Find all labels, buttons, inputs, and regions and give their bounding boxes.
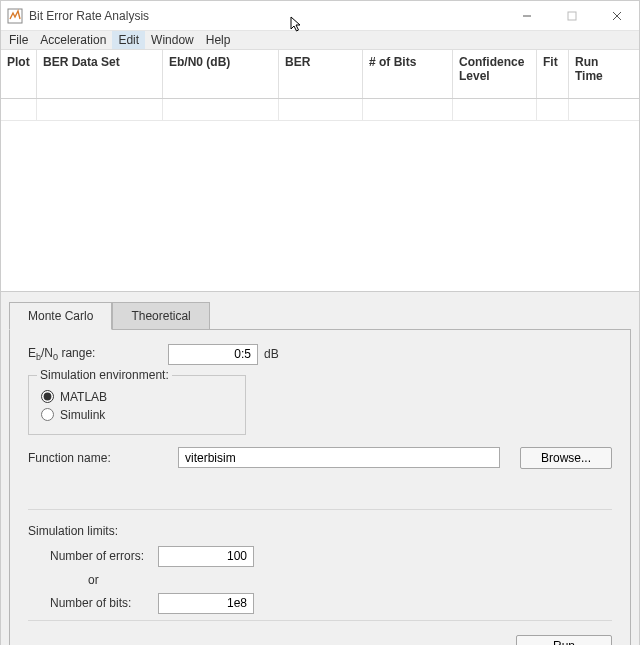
col-header[interactable]: Eb/N0 (dB) [163,50,279,98]
table-cell [279,99,363,120]
num-errors-input[interactable] [158,546,254,567]
tab-monte-carlo[interactable]: Monte Carlo [9,302,112,330]
run-button[interactable]: Run [516,635,612,645]
col-header[interactable]: BER [279,50,363,98]
col-header[interactable]: # of Bits [363,50,453,98]
tab-panel-monte-carlo: Eb/N0 range: dB Simulation environment: … [9,329,631,645]
num-bits-input[interactable] [158,593,254,614]
col-header[interactable]: Plot [1,50,37,98]
window-title: Bit Error Rate Analysis [29,9,149,23]
col-header[interactable]: Confidence Level [453,50,537,98]
close-button[interactable] [594,1,639,31]
menu-file[interactable]: File [3,31,34,49]
titlebar: Bit Error Rate Analysis [1,1,639,31]
table-cell [453,99,537,120]
menu-acceleration[interactable]: Acceleration [34,31,112,49]
ebn0-range-label: Eb/N0 range: [28,346,138,362]
col-header[interactable]: Run Time [569,50,635,98]
function-name-input[interactable] [178,447,500,468]
window-controls [504,1,639,31]
tab-theoretical[interactable]: Theoretical [112,302,209,329]
menu-window[interactable]: Window [145,31,200,49]
radio-simulink[interactable] [41,408,54,421]
function-name-label: Function name: [28,451,178,465]
menubar: File Acceleration Edit Window Help [1,31,639,50]
or-label: or [28,573,612,587]
ebn0-unit: dB [264,347,279,361]
table-cell [163,99,279,120]
minimize-button[interactable] [504,1,549,31]
results-table: PlotBER Data SetEb/N0 (dB)BER# of BitsCo… [1,50,639,292]
menu-help[interactable]: Help [200,31,237,49]
table-cell [537,99,569,120]
table-cell [363,99,453,120]
sim-limits-label: Simulation limits: [28,524,612,538]
sim-env-legend: Simulation environment: [37,368,172,382]
menu-edit[interactable]: Edit [112,31,145,49]
sim-env-groupbox: Simulation environment: MATLAB Simulink [28,375,246,435]
radio-matlab-label: MATLAB [60,390,107,404]
col-header[interactable]: BER Data Set [37,50,163,98]
num-bits-label: Number of bits: [50,596,158,610]
radio-matlab[interactable] [41,390,54,403]
col-header[interactable]: Fit [537,50,569,98]
svg-rect-2 [568,12,576,20]
num-errors-label: Number of errors: [50,549,158,563]
table-cell [37,99,163,120]
tabs: Monte Carlo Theoretical [9,302,631,329]
table-cell [1,99,37,120]
browse-button[interactable]: Browse... [520,447,612,469]
maximize-button[interactable] [549,1,594,31]
app-icon [7,8,23,24]
radio-simulink-label: Simulink [60,408,105,422]
ebn0-range-input[interactable] [168,344,258,365]
table-cell [569,99,635,120]
